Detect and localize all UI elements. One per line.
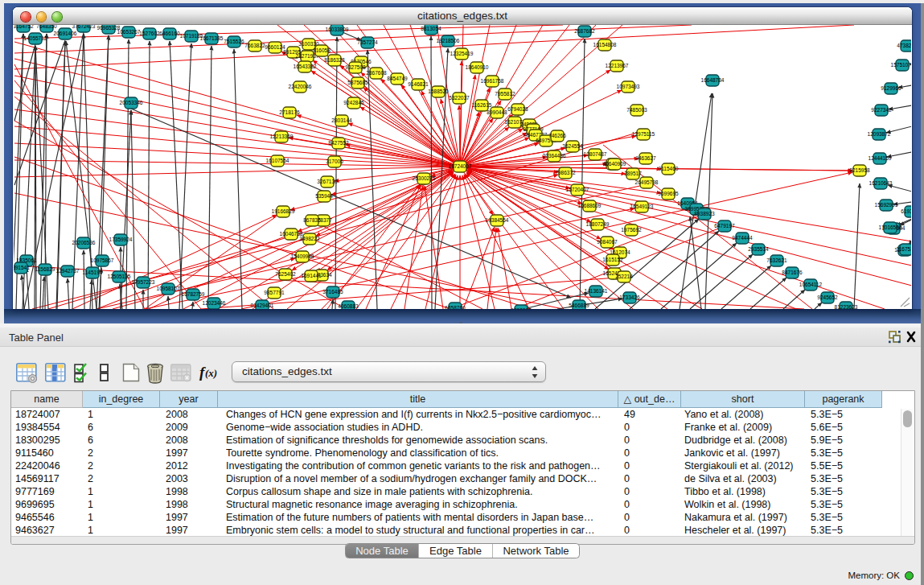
svg-text:2718176: 2718176 [279,109,300,115]
svg-text:10807487: 10807487 [584,151,607,157]
svg-text:2935514: 2935514 [748,246,769,252]
svg-text:20691406: 20691406 [54,31,77,36]
svg-text:9115460: 9115460 [659,166,679,171]
svg-text:16549123: 16549123 [630,204,654,209]
svg-text:15409948: 15409948 [291,253,314,259]
svg-text:1162615: 1162615 [472,102,492,108]
svg-text:40640909: 40640909 [603,161,626,167]
svg-text:9245652: 9245652 [817,295,838,300]
svg-text:6193990: 6193990 [901,208,911,214]
svg-text:10975867: 10975867 [91,257,114,263]
svg-text:16961758: 16961758 [481,78,504,84]
svg-text:6466160: 6466160 [159,31,180,36]
svg-text:3164752: 3164752 [14,25,34,29]
svg-text:7663822: 7663822 [244,43,265,48]
svg-text:7485003: 7485003 [626,107,647,113]
svg-text:2867608: 2867608 [366,70,387,76]
svg-text:12213967: 12213967 [606,63,629,68]
svg-text:19384554: 19384554 [486,217,509,223]
svg-text:17957223: 17957223 [132,279,155,285]
svg-text:1156829: 1156829 [35,266,55,272]
svg-text:9242845: 9242845 [343,100,364,105]
svg-text:3624554: 3624554 [562,143,583,149]
svg-text:12213369: 12213369 [270,134,294,139]
svg-text:3267130: 3267130 [317,179,338,184]
svg-text:25300275: 25300275 [413,175,436,181]
svg-text:3716485: 3716485 [322,289,343,295]
svg-text:9857791: 9857791 [264,290,285,295]
svg-text:19166829: 19166829 [272,208,295,214]
svg-text:10958107: 10958107 [157,286,180,291]
svg-text:816058: 816058 [313,47,331,53]
svg-text:9327508: 9327508 [345,64,366,70]
svg-text:5466889: 5466889 [569,303,589,308]
svg-text:16671385: 16671385 [200,35,224,41]
svg-text:9474444: 9474444 [732,235,753,241]
svg-text:16210643: 16210643 [869,180,893,186]
svg-text:22420046: 22420046 [289,84,312,89]
svg-text:1145194: 1145194 [83,270,103,275]
svg-text:7357274: 7357274 [357,39,378,45]
svg-text:8813054: 8813054 [421,26,441,31]
svg-text:18807249: 18807249 [586,221,610,227]
svg-text:5322037: 5322037 [449,95,470,101]
svg-text:9227342: 9227342 [871,107,892,113]
svg-text:20053346: 20053346 [120,100,143,105]
svg-text:1975692: 1975692 [621,227,642,233]
svg-text:9699695: 9699695 [658,191,679,196]
svg-text:20364436: 20364436 [543,153,566,159]
svg-text:12325419: 12325419 [450,51,474,56]
svg-text:7632621: 7632621 [766,257,787,263]
svg-text:81223623: 81223623 [835,304,858,309]
svg-text:391541: 391541 [14,265,30,270]
svg-text:289517: 289517 [624,171,642,176]
svg-text:15751074: 15751074 [891,62,911,68]
svg-text:20206536: 20206536 [72,240,96,245]
svg-text:317006: 317006 [326,159,343,164]
svg-text:16782759: 16782759 [182,291,205,297]
svg-text:12444159: 12444159 [869,155,892,161]
svg-text:14136141: 14136141 [585,288,608,294]
svg-text:8938923: 8938923 [694,211,715,216]
svg-text:1615152: 1615152 [602,257,623,262]
svg-text:7625402: 7625402 [275,271,296,277]
svg-text:8471676: 8471676 [782,270,803,275]
svg-text:2687682: 2687682 [574,28,595,34]
svg-text:7515526: 7515526 [224,39,244,44]
svg-text:15720407: 15720407 [566,187,589,192]
svg-text:16107554: 16107554 [266,158,290,163]
svg-text:15692991: 15692991 [875,202,898,208]
svg-text:18724007: 18724007 [449,163,472,169]
svg-text:7986372: 7986372 [555,170,576,175]
svg-text:17359924: 17359924 [109,237,133,242]
svg-text:12942737: 12942737 [56,268,80,274]
svg-text:746266: 746266 [548,133,566,138]
svg-text:5875685: 5875685 [347,80,368,85]
svg-text:(x): (x) [205,367,217,379]
svg-text:12093872: 12093872 [868,131,891,137]
svg-text:6479197: 6479197 [714,223,735,229]
svg-text:8454749: 8454749 [387,76,408,81]
svg-text:1691441: 1691441 [301,273,322,278]
svg-text:6658760: 6658760 [445,305,466,309]
svg-text:7955812: 7955812 [495,91,515,97]
svg-text:9660124: 9660124 [265,44,285,50]
svg-text:10653267: 10653267 [117,29,141,35]
svg-text:12023446: 12023446 [203,300,226,306]
svg-text:9463627: 9463627 [635,155,656,161]
svg-text:17016504: 17016504 [879,225,902,230]
svg-text:10688609: 10688609 [578,203,602,208]
svg-text:2803144: 2803144 [331,117,352,123]
svg-text:26495798: 26495798 [635,179,659,185]
svg-text:14055712: 14055712 [24,35,47,41]
svg-text:37672423: 37672423 [72,25,96,29]
svg-text:4738299: 4738299 [897,43,911,48]
svg-text:18640910: 18640910 [466,64,489,70]
svg-text:8427552: 8427552 [328,140,349,146]
svg-text:6690967: 6690967 [511,307,532,309]
svg-text:19218506: 19218506 [437,38,460,43]
svg-text:252214: 252214 [615,274,633,279]
svg-text:10973493: 10973493 [617,84,640,89]
svg-text:10654112: 10654112 [799,282,823,287]
svg-text:8990448: 8990448 [487,109,507,115]
